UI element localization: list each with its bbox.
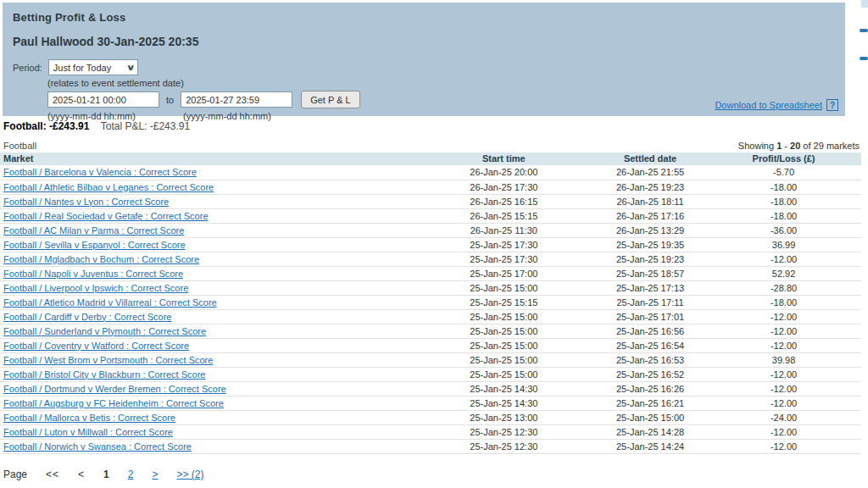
settled-date-cell: 25-Jan-25 16:52 (594, 367, 706, 381)
table-row: Football / Atletico Madrid v Villarreal … (0, 295, 861, 309)
settled-date-cell: 26-Jan-25 17:16 (594, 208, 706, 223)
table-row: Football / Cardiff v Derby : Correct Sco… (0, 309, 861, 324)
profit-loss-cell: -12.00 (706, 367, 861, 381)
table-row: Football / West Brom v Portsmouth : Corr… (0, 352, 861, 367)
period-select-value: Just for Today (53, 63, 111, 73)
current-page-number: 1 (103, 469, 109, 480)
pl-summary: Football: -£243.91 Total P&L: -£243.91 (3, 120, 190, 132)
table-row: Football / Liverpool v Ipswich : Correct… (0, 280, 861, 295)
table-row: Football / Sevilla v Espanyol : Correct … (0, 237, 861, 252)
table-header-row: Market Start time Settled date Profit/Lo… (0, 152, 861, 165)
settled-date-cell: 25-Jan-25 16:54 (594, 338, 706, 352)
market-link[interactable]: Football / Nantes v Lyon : Correct Score (3, 197, 169, 207)
market-link[interactable]: Football / Liverpool v Ipswich : Correct… (3, 283, 188, 293)
market-link[interactable]: Football / Augsburg v FC Heidenheim : Co… (3, 398, 224, 408)
to-label: to (166, 95, 174, 105)
profit-loss-cell: -12.00 (706, 396, 861, 410)
market-link[interactable]: Football / Norwich v Swansea : Correct S… (3, 441, 192, 452)
market-link[interactable]: Football / Barcelona v Valencia : Correc… (3, 167, 197, 177)
chevron-down-icon: ∨ (125, 63, 135, 72)
profit-loss-cell: -12.00 (706, 439, 861, 453)
scrollbar-mark (860, 29, 868, 32)
profit-loss-cell: -12.00 (706, 424, 861, 439)
market-link[interactable]: Football / Cardiff v Derby : Correct Sco… (3, 312, 171, 322)
scrollbar[interactable] (861, 0, 868, 68)
page-2-link[interactable]: 2 (128, 469, 134, 480)
settled-date-cell: 25-Jan-25 16:53 (594, 352, 706, 367)
settled-date-cell: 26-Jan-25 21:55 (594, 165, 706, 180)
user-and-timestamp: Paul Hallwood 30-Jan-2025 20:35 (13, 35, 835, 48)
table-row: Football / Mallorca v Betis : Correct Sc… (0, 410, 861, 424)
settled-date-cell: 25-Jan-25 18:57 (594, 266, 706, 280)
market-link[interactable]: Football / Mallorca v Betis : Correct Sc… (3, 413, 175, 423)
market-link[interactable]: Football / Sevilla v Espanyol : Correct … (3, 240, 186, 250)
start-time-cell: 25-Jan-25 14:30 (414, 396, 594, 410)
profit-loss-cell: -24.00 (706, 410, 861, 424)
table-row: Football / Augsburg v FC Heidenheim : Co… (0, 396, 861, 410)
date-to-input[interactable] (181, 92, 292, 108)
start-time-cell: 25-Jan-25 17:00 (414, 266, 594, 280)
scrollbar-track-top (861, 0, 868, 8)
table-row: Football / Mgladbach v Bochum : Correct … (0, 252, 861, 266)
settled-date-cell: 25-Jan-25 14:28 (594, 424, 706, 439)
market-link[interactable]: Football / West Brom v Portsmouth : Corr… (3, 355, 213, 365)
download-spreadsheet-link[interactable]: Download to Spreadsheet (715, 100, 822, 110)
column-header-market: Market (0, 152, 414, 165)
market-link[interactable]: Football / Real Sociedad v Getafe : Corr… (3, 211, 209, 221)
market-link[interactable]: Football / Athletic Bilbao v Leganes : C… (3, 182, 214, 192)
start-time-cell: 25-Jan-25 15:00 (414, 324, 594, 338)
scrollbar-mark (860, 57, 868, 60)
help-icon[interactable]: ? (826, 99, 838, 111)
market-link[interactable]: Football / Dortmund v Werder Bremen : Co… (3, 384, 226, 394)
settled-date-cell: 26-Jan-25 13:29 (594, 223, 706, 237)
pagination: Page << < 1 2 > >> (2) (3, 469, 222, 480)
profit-loss-cell: -18.00 (706, 208, 861, 223)
market-link[interactable]: Football / Mgladbach v Bochum : Correct … (3, 254, 199, 264)
table-row: Football / AC Milan v Parma : Correct Sc… (0, 223, 861, 237)
settled-date-cell: 25-Jan-25 16:56 (594, 324, 706, 338)
first-page-button: << (46, 469, 59, 480)
market-link[interactable]: Football / AC Milan v Parma : Correct Sc… (3, 225, 184, 236)
next-page-link[interactable]: > (152, 469, 158, 480)
market-link[interactable]: Football / Atletico Madrid v Villarreal … (3, 297, 217, 308)
start-time-cell: 25-Jan-25 15:00 (414, 367, 594, 381)
page-label: Page (3, 469, 27, 480)
date-from-input[interactable] (47, 92, 159, 108)
market-link[interactable]: Football / Luton v Millwall : Correct Sc… (3, 427, 173, 437)
profit-loss-cell: -12.00 (706, 309, 861, 324)
get-pl-button[interactable]: Get P & L (301, 91, 360, 108)
market-link[interactable]: Football / Sunderland v Plymouth : Corre… (3, 326, 206, 336)
start-time-cell: 25-Jan-25 15:00 (414, 280, 594, 295)
settled-date-cell: 25-Jan-25 14:24 (594, 439, 706, 453)
profit-loss-cell: -12.00 (706, 324, 861, 338)
start-time-cell: 26-Jan-25 15:15 (414, 208, 594, 223)
market-link[interactable]: Football / Coventry v Watford : Correct … (3, 341, 189, 351)
period-label: Period: (13, 63, 42, 73)
profit-loss-cell: -28.80 (706, 280, 861, 295)
section-label: Football (3, 141, 36, 151)
last-page-link[interactable]: >> (2) (176, 469, 203, 480)
start-time-cell: 25-Jan-25 17:30 (414, 252, 594, 266)
date-format-hint-to: (yyyy-mm-dd hh:mm) (183, 111, 271, 121)
settled-date-cell: 25-Jan-25 19:23 (594, 252, 706, 266)
previous-page-button: < (78, 469, 85, 480)
market-link[interactable]: Football / Bristol City v Blackburn : Co… (3, 369, 205, 380)
period-note: (relates to event settlement date) (47, 78, 835, 88)
profit-loss-cell: 39.98 (706, 352, 861, 367)
start-time-cell: 26-Jan-25 20:00 (414, 165, 594, 180)
markets-table: Market Start time Settled date Profit/Lo… (0, 152, 861, 454)
start-time-cell: 26-Jan-25 16:15 (414, 194, 594, 208)
start-time-cell: 25-Jan-25 13:00 (414, 410, 594, 424)
profit-loss-cell: -36.00 (706, 223, 861, 237)
total-pl-label: Total P&L: (101, 120, 147, 132)
table-row: Football / Dortmund v Werder Bremen : Co… (0, 381, 861, 396)
start-time-cell: 26-Jan-25 11:30 (414, 223, 594, 237)
table-row: Football / Sunderland v Plymouth : Corre… (0, 324, 861, 338)
sport-summary-value: -£243.91 (49, 120, 89, 132)
market-link[interactable]: Football / Napoli v Juventus : Correct S… (3, 269, 183, 279)
table-row: Football / Coventry v Watford : Correct … (0, 338, 861, 352)
settled-date-cell: 25-Jan-25 16:26 (594, 381, 706, 396)
settled-date-cell: 25-Jan-25 19:35 (594, 237, 706, 252)
settled-date-cell: 26-Jan-25 18:11 (594, 194, 706, 208)
period-select[interactable]: Just for Today ∨ (48, 59, 138, 75)
